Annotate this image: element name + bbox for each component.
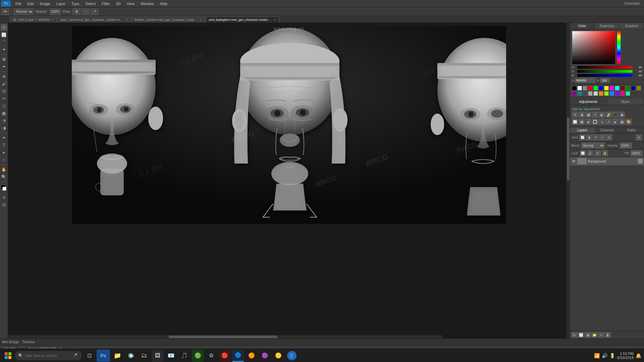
color-swatch-item[interactable]	[626, 86, 630, 90]
layer-filter-toggle[interactable]: ⊘	[636, 134, 642, 140]
path-select[interactable]: ▸	[1, 149, 7, 156]
color-swatch-item[interactable]	[604, 91, 609, 96]
hue-sat-adj[interactable]: ⬛	[612, 112, 618, 118]
menu-edit[interactable]: Edit	[25, 1, 37, 6]
gradient-map-adj[interactable]: ▦	[619, 119, 625, 125]
taskbar-app-9[interactable]: 🟣	[259, 350, 271, 362]
blur-tool[interactable]: ◔	[1, 117, 7, 124]
r-slider[interactable]	[577, 66, 633, 69]
shape-tool[interactable]: □	[1, 157, 7, 163]
lock-image[interactable]: 🖌	[587, 150, 593, 156]
tab-3[interactable]: anel_battagliero-next_gen_character-crea…	[206, 16, 279, 22]
clone-tool[interactable]: ⊡	[1, 88, 7, 95]
gradient-tool[interactable]: ▦	[1, 110, 7, 117]
taskbar-app-7[interactable]: 🔵	[232, 350, 244, 362]
taskbar-app-chrome[interactable]	[125, 350, 137, 362]
layer-visibility-eye[interactable]: 👁	[571, 159, 576, 164]
cortana-icon[interactable]: 🎤	[73, 353, 77, 358]
new-layer-btn[interactable]: +	[598, 332, 604, 338]
taskbar-app-10[interactable]: 🟡	[272, 350, 284, 362]
threshold-adj[interactable]: ▲	[612, 119, 618, 125]
levels-adj[interactable]: ▦	[585, 112, 591, 118]
exposure-adj[interactable]: ◐	[599, 112, 605, 118]
taskbar-app-explorer[interactable]: 📁	[111, 350, 123, 362]
history-brush[interactable]: ↩	[1, 95, 7, 102]
taskbar-app-8[interactable]: 🟠	[246, 350, 258, 362]
crop-tool[interactable]: ⊠	[1, 56, 7, 63]
filter-adjust[interactable]: ◑	[586, 134, 592, 140]
add-adj-layer-btn[interactable]: ◑	[585, 332, 591, 338]
mini-bridge-tab[interactable]: Mini Bridge	[2, 340, 19, 344]
layer-background[interactable]: 👁 Background	[570, 157, 644, 166]
add-fx-btn[interactable]: fx	[571, 332, 577, 338]
vibrance-adj[interactable]: 🌈	[605, 112, 611, 118]
menu-view[interactable]: View	[124, 1, 138, 6]
selective-color-adj[interactable]: 🎨	[626, 119, 632, 125]
menu-select[interactable]: Select	[83, 1, 99, 6]
quick-select-tool[interactable]: ✦	[1, 46, 7, 53]
quick-mask-btn[interactable]: ⊙	[1, 194, 7, 201]
tab-close-1[interactable]: ✕	[125, 18, 128, 21]
menu-image[interactable]: Image	[37, 1, 53, 6]
contrast-adj[interactable]: ◑	[579, 112, 585, 118]
image-canvas[interactable]: RRCG 人人素材 RRCG 人人素材 RRCG 人人素材 人人素材 RRCG …	[72, 26, 506, 224]
taskbar-app-photoshop[interactable]: Ps	[97, 350, 110, 362]
dodge-tool[interactable]: ◑	[1, 125, 7, 131]
bw-adj[interactable]: ⬜	[572, 119, 578, 125]
airbrush-icon[interactable]: ⊕	[72, 8, 80, 15]
color-swatch-item[interactable]	[599, 91, 603, 96]
color-balance-adj[interactable]: ◉	[619, 112, 625, 118]
opacity-value[interactable]: 100%	[49, 8, 61, 15]
taskbar-app-2[interactable]: 📧	[165, 350, 177, 362]
lock-position[interactable]: ✛	[595, 150, 601, 156]
layers-tab[interactable]: Layers	[570, 127, 595, 133]
blend-mode-select[interactable]: Normal	[14, 8, 34, 15]
layer-opacity-input[interactable]	[620, 142, 632, 148]
color-swatch-item[interactable]	[593, 91, 598, 96]
color-swatch-item[interactable]	[620, 91, 625, 96]
lock-all[interactable]: 🔒	[602, 150, 608, 156]
pen-tool[interactable]: ✒	[1, 134, 7, 141]
taskbar-app-5[interactable]: ⚙	[205, 350, 217, 362]
layer-blend-select[interactable]: Normal	[581, 142, 605, 148]
layer-fill-input[interactable]	[631, 150, 643, 156]
channels-tab[interactable]: Channels	[595, 127, 620, 133]
healing-tool[interactable]: ⊕	[1, 73, 7, 80]
tab-0[interactable]: @ 118% (Layer 7, RGB/8#) ✕	[10, 16, 57, 22]
color-swatch-item[interactable]	[577, 86, 582, 90]
b-slider[interactable]	[577, 74, 633, 77]
taskbar-app-file-manager[interactable]: 🗂	[138, 350, 150, 362]
text-tool[interactable]: T	[1, 142, 7, 148]
menu-type[interactable]: Type	[69, 1, 82, 6]
tab-1[interactable]: peter_fuerst-next_gen_character_creation…	[57, 16, 131, 22]
color-swatch-item[interactable]	[583, 91, 587, 96]
taskbar-app-4[interactable]: 🟢	[192, 350, 204, 362]
color-swatch-item[interactable]	[572, 86, 577, 90]
screen-mode-btn[interactable]: ⊡	[1, 201, 7, 208]
color-swatch-item[interactable]	[593, 86, 598, 90]
paths-tab[interactable]: Paths	[619, 127, 644, 133]
add-mask-btn[interactable]: ⬜	[578, 332, 584, 338]
posterize-adj[interactable]: ↗	[605, 119, 611, 125]
brightness-adj[interactable]: ☀	[572, 112, 578, 118]
color-swatch-item[interactable]	[615, 86, 620, 90]
gradient-tab[interactable]: Gradient	[619, 23, 644, 29]
eyedropper-tool[interactable]: ✒	[1, 63, 7, 70]
volume-icon[interactable]: 🔊	[602, 353, 607, 358]
color-swatch-fg[interactable]	[1, 185, 7, 192]
network-icon[interactable]: 📶	[594, 353, 600, 358]
taskbar-cortana-circle[interactable]: C	[286, 350, 298, 362]
color-swatch-item[interactable]	[609, 86, 614, 90]
task-view-btn[interactable]: ⊡	[83, 350, 95, 362]
color-swatch-item[interactable]	[626, 91, 630, 96]
color-swatch-item[interactable]	[572, 91, 577, 96]
search-input[interactable]	[24, 354, 71, 358]
color-swatch-item[interactable]	[599, 86, 603, 90]
windows-start-btn[interactable]	[3, 350, 13, 361]
marquee-tool[interactable]: ⬜	[1, 32, 7, 38]
scroll-thumb[interactable]	[169, 336, 277, 338]
menu-filter[interactable]: Filter	[99, 1, 112, 6]
delete-layer-btn[interactable]: 🗑	[605, 332, 611, 338]
swatches-tab[interactable]: Swatches	[595, 23, 620, 29]
color-swatch-item[interactable]	[588, 91, 593, 96]
